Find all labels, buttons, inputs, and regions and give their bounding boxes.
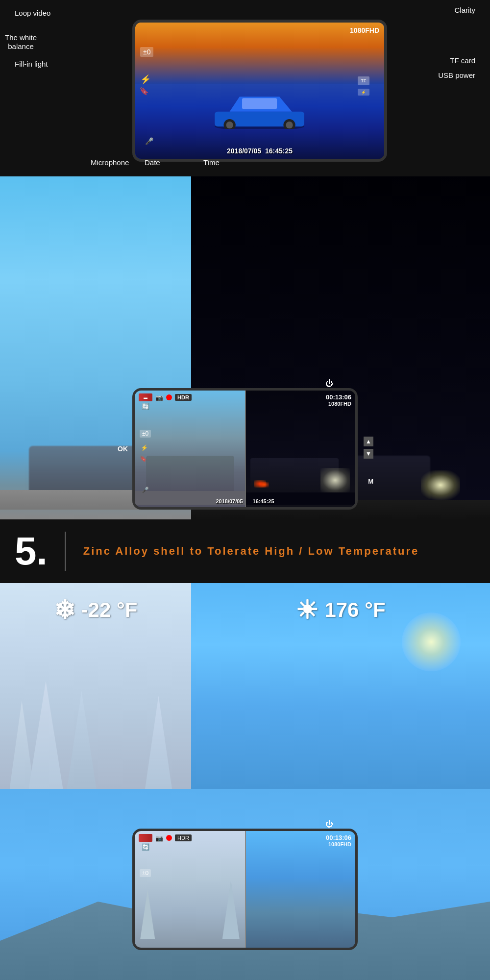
date-label: Date [145,158,160,167]
temperature-section: ❄ -22 °F ☀ 176 °F [0,583,490,789]
up-arrow[interactable]: ▲ [386,40,387,49]
diagram-section: Loop video The whitebalance Fill-in ligh… [0,0,490,176]
bookmark-icon-overlay: 🔖 [140,455,147,462]
hot-temp-value: 176 °F [324,598,385,622]
bottom-datetime: 2018/07/05 16:45:25 [216,498,274,504]
device-screen: 1080FHD ±0 ▲ ▼ ⚡ 🔖 🎤 2018/07/05 16:45:25 [132,20,387,162]
screen-time: 16:45:25 [265,147,293,155]
nav-down[interactable]: ▼ [364,449,373,459]
device-overlay: ⏻ [132,388,358,510]
flag-icon-bottom [139,834,152,842]
cold-temp-label: ❄ -22 °F [54,595,138,625]
feature5-section: 5. Zinc Alloy shell to Tolerate High / L… [0,519,490,583]
bookmark-icon: 🔖 [139,86,149,96]
screen-date: 2018/07/05 [227,147,261,155]
tf-card-label: TF card [450,56,475,65]
microphone-label: Microphone [91,158,129,167]
feature-description: Zinc Alloy shell to Tolerate High / Low … [83,545,419,558]
tf-card-icon: TF [358,76,369,85]
split-screen-night [245,391,355,507]
overlay-date: 2018/07/05 [216,498,243,504]
svg-rect-2 [242,98,277,109]
cold-panel: ❄ -22 °F [0,583,191,789]
wb-box: ±0 [140,430,151,438]
bottom-right-info: 00:13:06 1080FHD [326,834,351,847]
bottom-divider [245,831,246,948]
feature-number: 5. [15,529,48,574]
time-label: Time [203,158,220,167]
down-arrow[interactable]: ▼ [386,50,387,59]
wb-box-bottom: ±0 [140,869,151,877]
top-right-info: 00:13:06 1080FHD [326,393,351,407]
rec-dot-bottom [166,835,172,841]
screen-datetime-display: 2018/07/05 16:45:25 [227,147,293,155]
cold-temp-value: -22 °F [81,598,138,622]
bottom-device-screen: 📷 HDR 🔄 ±0 00:13:06 1080FHD OK ≡ ▲ [132,829,358,950]
mic-icon-overlay: 🎤 [142,487,149,493]
mic-icon: 🎤 [145,137,153,145]
hdr-badge-bottom: HDR [175,834,192,841]
power-btn[interactable]: ⏻ [325,379,333,388]
ok-btn-overlay[interactable]: OK [118,445,128,453]
device-body: ▬ 📷 HDR 🔄 ±0 ⚡ 🔖 🎤 00:13:06 1080FHD [132,388,358,510]
daynight-section: ☀ Day 🌙 Night [0,176,490,519]
device-bottom-section: ⏻ 📷 [0,789,490,980]
snowflake-icon: ❄ [54,595,75,625]
screen-content: 1080FHD ±0 ▲ ▼ ⚡ 🔖 🎤 2018/07/05 16:45:25 [135,23,384,159]
top-icons: ▬ 📷 HDR [139,393,192,401]
loop-video-label: Loop video [15,9,50,17]
camera-icon-overlay: 📷 [155,394,163,401]
screen-resolution: 1080FHD [350,26,379,34]
m-btn-overlay[interactable]: M [368,478,373,485]
fillin-icon-overlay: ⚡ [141,444,148,451]
nav-up[interactable]: ▲ [364,437,373,446]
hot-panel: ☀ 176 °F [191,583,490,789]
screen-divider [245,391,246,507]
hot-temp-label: ☀ 176 °F [295,595,385,625]
usb-power-label: USB power [438,71,475,79]
divider-line [65,532,66,571]
bottom-overlay-time: 00:13:06 [326,834,351,841]
bottom-left-cold [135,831,245,948]
white-balance-label: The whitebalance [5,33,37,51]
hdr-badge: HDR [175,394,192,401]
right-nav-buttons: ▲ ▼ [364,437,373,459]
split-screen-day [135,391,245,507]
fillin-icon: ⚡ [140,74,151,85]
rec-indicator [166,394,172,400]
car-svg [210,89,309,129]
overlay-time2: 16:45:25 [253,498,274,504]
loop-icon: 🔄 [142,403,149,410]
flag-icon: ▬ [139,393,152,401]
bottom-top-icons: 📷 HDR [139,834,192,842]
bottom-right-hot [245,831,355,948]
usb-icon: ⚡ [358,89,369,96]
fill-in-light-label: Fill-in light [15,60,48,68]
svg-point-6 [286,122,293,128]
bottom-overlay-res: 1080FHD [326,841,351,847]
overlay-time: 00:13:06 [326,393,351,401]
loop-icon-bottom: 🔄 [142,843,149,851]
screen-wb-value: ±0 [140,47,153,57]
overlay-resolution: 1080FHD [326,401,351,407]
camera-icon-bottom: 📷 [155,834,163,842]
sun-icon2: ☀ [295,595,318,625]
bottom-device: ⏻ 📷 [132,829,358,950]
clarity-label: Clarity [454,6,475,14]
power-btn-bottom[interactable]: ⏻ [325,820,333,829]
svg-point-4 [226,122,233,128]
